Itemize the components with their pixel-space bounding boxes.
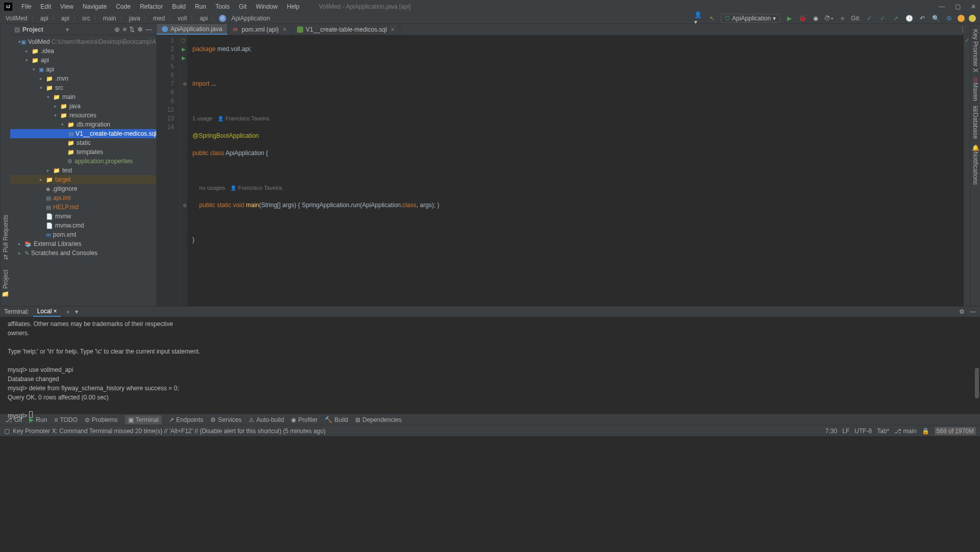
terminal-scrollbar[interactable] bbox=[975, 368, 979, 398]
tree-row[interactable]: ▸📁.idea bbox=[10, 46, 156, 56]
menu-navigate[interactable]: Navigate bbox=[79, 2, 111, 12]
project-title[interactable]: Project bbox=[22, 26, 63, 33]
tree-row[interactable]: ⚙application.properties bbox=[10, 157, 156, 166]
minimize-button[interactable]: — bbox=[939, 3, 945, 10]
add-user-icon[interactable]: 👤▾ bbox=[694, 14, 703, 23]
git-commit-icon[interactable]: ✓ bbox=[878, 14, 887, 23]
tab-options-icon[interactable]: ⋮ bbox=[955, 24, 970, 35]
run-line-icon[interactable]: ▶ bbox=[180, 54, 187, 62]
tree-row[interactable]: ▸📁test bbox=[10, 166, 156, 175]
gutter-tab-database[interactable]: 🗄Database bbox=[972, 106, 979, 139]
breadcrumb-item[interactable]: med bbox=[152, 15, 166, 22]
menu-help[interactable]: Help bbox=[283, 2, 304, 12]
terminal-settings-icon[interactable]: ⚙ bbox=[959, 308, 965, 315]
menu-view[interactable]: View bbox=[56, 2, 78, 12]
tree-row[interactable]: ◆.gitignore bbox=[10, 184, 156, 193]
tree-row[interactable]: ▸📁.mvn bbox=[10, 74, 156, 83]
menu-code[interactable]: Code bbox=[112, 2, 135, 12]
tree-row[interactable]: ▾📁db.migration bbox=[10, 120, 156, 129]
maximize-button[interactable]: ▢ bbox=[955, 3, 961, 10]
select-opened-icon[interactable]: ⊕ bbox=[114, 26, 120, 33]
tree-row[interactable]: ▤api.iml bbox=[10, 193, 156, 203]
breadcrumb-item[interactable]: main bbox=[102, 15, 118, 22]
tree-row[interactable]: ▾📁src bbox=[10, 83, 156, 92]
breadcrumb-item[interactable]: VollMed bbox=[4, 15, 29, 22]
profiler-button[interactable]: ⏱▾ bbox=[824, 14, 834, 23]
tree-row[interactable]: 📁static bbox=[10, 138, 156, 147]
close-button[interactable]: ✕ bbox=[971, 3, 976, 10]
search-icon[interactable]: 🔍 bbox=[931, 14, 940, 23]
close-tab-icon[interactable]: × bbox=[53, 308, 57, 315]
gutter-tab-project[interactable]: 📁Project bbox=[2, 267, 9, 301]
menu-run[interactable]: Run bbox=[191, 2, 210, 12]
breadcrumb-item[interactable]: src bbox=[81, 15, 92, 22]
editor-tab[interactable]: V1__create-table-medicos.sql × bbox=[292, 24, 400, 35]
terminal-tab[interactable]: Local× bbox=[33, 307, 61, 317]
menu-git[interactable]: Git bbox=[235, 2, 251, 12]
tree-row[interactable]: 📁templates bbox=[10, 147, 156, 157]
close-tab-icon[interactable]: × bbox=[391, 26, 395, 33]
breadcrumb-item[interactable]: api bbox=[39, 15, 50, 22]
breadcrumb-item[interactable]: java bbox=[128, 15, 142, 22]
avatar-icon[interactable] bbox=[958, 15, 965, 22]
no-problems-icon[interactable]: ✓ bbox=[965, 37, 970, 44]
gutter-tab-keypromoter[interactable]: Key Promoter X bbox=[972, 29, 979, 72]
tree-row[interactable]: 📄mvnw bbox=[10, 212, 156, 221]
gutter-tab-maven[interactable]: mMaven bbox=[972, 78, 979, 101]
tree-row[interactable]: mpom.xml bbox=[10, 230, 156, 239]
menu-edit[interactable]: Edit bbox=[36, 2, 55, 12]
menu-build[interactable]: Build bbox=[168, 2, 190, 12]
collapse-all-icon[interactable]: ⇅ bbox=[129, 26, 135, 33]
settings-icon[interactable]: ✻ bbox=[137, 26, 143, 33]
menu-refactor[interactable]: Refactor bbox=[136, 2, 167, 12]
build-icon[interactable]: ↖ bbox=[707, 14, 717, 23]
tree-row[interactable]: ▾▣api bbox=[10, 65, 156, 74]
expand-icon[interactable]: ⊕ bbox=[183, 80, 187, 88]
debug-button[interactable]: 🐞 bbox=[798, 14, 807, 23]
settings-icon[interactable]: ⚙ bbox=[944, 14, 953, 23]
tree-row[interactable]: ▸✎Scratches and Consoles bbox=[10, 248, 156, 258]
tree-row[interactable]: ▾📁api bbox=[10, 56, 156, 65]
code-content[interactable]: package med.voll.api; ⊕import ... 1 usag… bbox=[187, 35, 964, 306]
editor-tab[interactable]: ApiApplication.java bbox=[157, 24, 228, 35]
git-update-icon[interactable]: ✓ bbox=[865, 14, 874, 23]
usage-hint[interactable]: no usages bbox=[199, 185, 225, 191]
menu-window[interactable]: Window bbox=[252, 2, 282, 12]
coverage-button[interactable]: ◉ bbox=[811, 14, 820, 23]
tree-row[interactable]: ▤V1__create-table-medicos.sql bbox=[10, 129, 156, 138]
expand-icon[interactable]: ⊕ bbox=[183, 201, 187, 210]
avatar-icon[interactable] bbox=[969, 15, 976, 22]
gutter-tab-pull-requests[interactable]: ⇄Pull Requests bbox=[2, 212, 9, 262]
gutter-tab-notifications[interactable]: 🔔Notifications bbox=[972, 144, 979, 185]
tree-row[interactable]: ▾▣VollMed C:\Users\ftaveira\Desktop\Boot… bbox=[10, 37, 156, 46]
author-hint[interactable]: Francisco Taveira bbox=[238, 185, 282, 191]
terminal-dropdown-icon[interactable]: ▾ bbox=[75, 308, 78, 315]
spring-run-icon[interactable]: ⬡ bbox=[180, 36, 187, 45]
new-terminal-icon[interactable]: ＋ bbox=[65, 308, 71, 316]
project-tree[interactable]: ▾▣VollMed C:\Users\ftaveira\Desktop\Boot… bbox=[10, 35, 156, 306]
run-config-select[interactable]: ⬡ ApiApplication ▾ bbox=[721, 14, 780, 23]
tree-row[interactable]: ▤HELP.md bbox=[10, 203, 156, 212]
menu-file[interactable]: File bbox=[17, 2, 35, 12]
terminal-hide-icon[interactable]: — bbox=[970, 308, 976, 315]
breadcrumb-item[interactable]: ApiApplication bbox=[230, 15, 272, 22]
tree-row[interactable]: ▸📁target bbox=[10, 175, 156, 184]
close-tab-icon[interactable]: × bbox=[283, 26, 286, 33]
breadcrumb-item[interactable]: voll bbox=[176, 15, 188, 22]
usage-hint[interactable]: 1 usage bbox=[192, 115, 212, 121]
author-hint[interactable]: Francisco Taveira bbox=[226, 115, 270, 121]
tree-row[interactable]: ▸📚External Libraries bbox=[10, 239, 156, 248]
rollback-icon[interactable]: ↶ bbox=[918, 14, 927, 23]
git-push-icon[interactable]: ↗ bbox=[891, 14, 900, 23]
editor-tab[interactable]: m pom.xml (api) × bbox=[228, 24, 292, 35]
editor-body[interactable]: 1235 678 9121314 ⬡ ▶ ▶ package med.voll.… bbox=[157, 35, 970, 306]
hide-icon[interactable]: — bbox=[145, 26, 152, 33]
breadcrumb-item[interactable]: api bbox=[198, 15, 209, 22]
tree-row[interactable]: ▸📁java bbox=[10, 102, 156, 111]
terminal-body[interactable]: affiliates. Other names may be trademark… bbox=[0, 317, 980, 440]
menu-tools[interactable]: Tools bbox=[211, 2, 234, 12]
run-button[interactable]: ▶ bbox=[785, 14, 794, 23]
tree-row[interactable]: 📄mvnw.cmd bbox=[10, 221, 156, 230]
stop-button[interactable]: ■ bbox=[838, 14, 847, 23]
run-line-icon[interactable]: ▶ bbox=[180, 45, 187, 54]
